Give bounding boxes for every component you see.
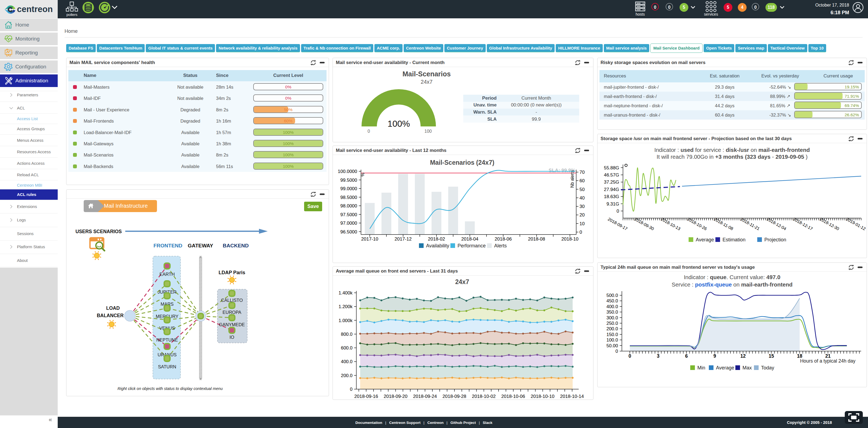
- svg-text:GANYMEDE: GANYMEDE: [219, 322, 245, 327]
- svg-text:18: 18: [797, 353, 802, 359]
- svg-text:BALANCER: BALANCER: [97, 313, 124, 318]
- svg-text:50.00: 50.00: [606, 343, 618, 348]
- svg-text:600.0: 600.0: [341, 345, 352, 350]
- svg-text:Performance: Performance: [458, 243, 486, 249]
- svg-text:0: 0: [580, 230, 582, 235]
- svg-text:Alerts: Alerts: [494, 243, 507, 249]
- svg-text:EUROPA: EUROPA: [223, 310, 241, 315]
- svg-text:70: 70: [580, 170, 585, 175]
- svg-text:2018-04: 2018-04: [461, 236, 478, 241]
- svg-text:450.0: 450.0: [606, 298, 618, 304]
- svg-text:200.0: 200.0: [606, 326, 618, 332]
- svg-text:SATURN: SATURN: [158, 364, 176, 369]
- svg-text:37.25G: 37.25G: [604, 179, 619, 185]
- svg-text:350.0: 350.0: [606, 310, 618, 315]
- svg-text:2019-01-12: 2019-01-12: [845, 217, 866, 231]
- svg-text:2018-08: 2018-08: [528, 236, 545, 241]
- svg-text:0: 0: [628, 353, 631, 359]
- svg-text:2018-10-14: 2018-10-14: [560, 394, 584, 399]
- svg-text:500.0: 500.0: [606, 293, 618, 298]
- svg-text:150.0: 150.0: [606, 332, 618, 337]
- svg-text:60: 60: [580, 178, 585, 183]
- svg-text:Min: Min: [698, 365, 705, 371]
- svg-text:Right click on objects with st: Right click on objects with status to di…: [118, 387, 223, 391]
- svg-text:2018-09-28: 2018-09-28: [442, 394, 466, 399]
- svg-text:10: 10: [580, 221, 585, 226]
- svg-text:98.5000: 98.5000: [340, 195, 357, 200]
- svg-text:100.0000: 100.0000: [338, 169, 357, 174]
- svg-text:0: 0: [350, 387, 352, 392]
- svg-text:9.31G: 9.31G: [607, 201, 619, 207]
- svg-text:250.0: 250.0: [606, 321, 618, 326]
- svg-text:LOAD: LOAD: [106, 306, 120, 311]
- svg-text:2017-10: 2017-10: [361, 236, 378, 241]
- svg-text:Estimation: Estimation: [722, 237, 745, 242]
- svg-text:2018-09-24: 2018-09-24: [413, 394, 437, 399]
- svg-text:24x7: 24x7: [455, 278, 469, 285]
- svg-text:21: 21: [825, 353, 831, 359]
- svg-text:2018-10-02: 2018-10-02: [472, 394, 496, 399]
- svg-text:Average: Average: [716, 365, 734, 371]
- svg-text:97.5000: 97.5000: [340, 212, 357, 217]
- svg-text:55.88G: 55.88G: [604, 165, 619, 170]
- svg-text:Projection: Projection: [764, 237, 786, 242]
- svg-text:400.0: 400.0: [341, 359, 352, 364]
- svg-text:USERS SCENARIOS: USERS SCENARIOS: [75, 229, 122, 234]
- svg-text:50: 50: [580, 187, 585, 192]
- svg-text:99.0000: 99.0000: [340, 186, 357, 191]
- svg-text:2018-10-10: 2018-10-10: [531, 394, 555, 399]
- svg-text:GATEWAY: GATEWAY: [188, 243, 213, 249]
- svg-text:100.0: 100.0: [606, 337, 618, 343]
- svg-text:Indicator : queue. Current val: Indicator : queue. Current value: 497.0: [684, 274, 780, 280]
- svg-text:Today: Today: [761, 365, 774, 371]
- svg-text:6: 6: [685, 353, 688, 359]
- svg-text:2018-10-06: 2018-10-06: [501, 394, 525, 399]
- svg-text:Indicator : used for service :: Indicator : used for service : disk-/usr…: [654, 147, 810, 153]
- svg-text:2018-06: 2018-06: [495, 236, 512, 241]
- svg-text:2018-09-20: 2018-09-20: [384, 394, 407, 399]
- svg-text:2018-10: 2018-10: [561, 236, 579, 241]
- svg-text:800.0: 800.0: [341, 332, 352, 337]
- svg-text:Hours of a typical 24h day: Hours of a typical 24h day: [800, 358, 856, 364]
- svg-text:%: %: [361, 173, 365, 176]
- svg-text:IO: IO: [229, 335, 235, 340]
- svg-text:NEPTUNE: NEPTUNE: [156, 337, 178, 342]
- svg-text:12: 12: [740, 353, 746, 359]
- svg-text:98.0000: 98.0000: [340, 203, 357, 208]
- svg-text:Nb alerts: Nb alerts: [570, 170, 575, 188]
- svg-text:300.0: 300.0: [606, 315, 618, 320]
- svg-text:1.400k: 1.400k: [339, 290, 353, 295]
- svg-text:FRONTEND: FRONTEND: [153, 243, 182, 249]
- svg-text:200.0: 200.0: [341, 373, 352, 378]
- svg-text:2018-02: 2018-02: [428, 236, 445, 241]
- svg-text:1.000k: 1.000k: [339, 318, 353, 323]
- svg-text:9: 9: [713, 353, 716, 359]
- svg-text:99.5000: 99.5000: [340, 178, 357, 183]
- svg-text:27.94G: 27.94G: [604, 187, 619, 192]
- svg-text:3: 3: [657, 353, 660, 359]
- svg-text:15: 15: [769, 353, 774, 359]
- svg-text:Mail-Scenarios (24x7): Mail-Scenarios (24x7): [430, 159, 494, 166]
- svg-text:1.200k: 1.200k: [339, 304, 353, 309]
- svg-text:2017-12: 2017-12: [395, 236, 411, 241]
- svg-text:20: 20: [580, 212, 585, 218]
- svg-text:Availability: Availability: [426, 243, 449, 249]
- svg-text:30: 30: [580, 204, 585, 209]
- svg-text:0: 0: [617, 208, 619, 214]
- svg-text:LDAP Paris: LDAP Paris: [218, 270, 245, 275]
- svg-text:0: 0: [616, 349, 618, 354]
- svg-text:EARTH: EARTH: [159, 272, 175, 277]
- svg-text:400.0: 400.0: [606, 304, 618, 309]
- svg-text:It will reach 79.00Go in +3 mo: It will reach 79.00Go in +3 months (323 …: [657, 153, 808, 160]
- svg-text:2018-09-16: 2018-09-16: [354, 394, 378, 399]
- svg-text:18.63G: 18.63G: [604, 194, 619, 199]
- svg-text:40: 40: [580, 195, 585, 201]
- svg-text:97.0000: 97.0000: [340, 221, 357, 226]
- svg-text:BACKEND: BACKEND: [223, 243, 249, 249]
- svg-text:Average: Average: [696, 237, 714, 242]
- svg-text:46.57G: 46.57G: [604, 172, 619, 178]
- svg-text:Max: Max: [742, 365, 752, 371]
- svg-text:Service : postfix-queue on mai: Service : postfix-queue on mail-earth-fr…: [672, 281, 793, 288]
- svg-text:96.5000: 96.5000: [340, 229, 357, 234]
